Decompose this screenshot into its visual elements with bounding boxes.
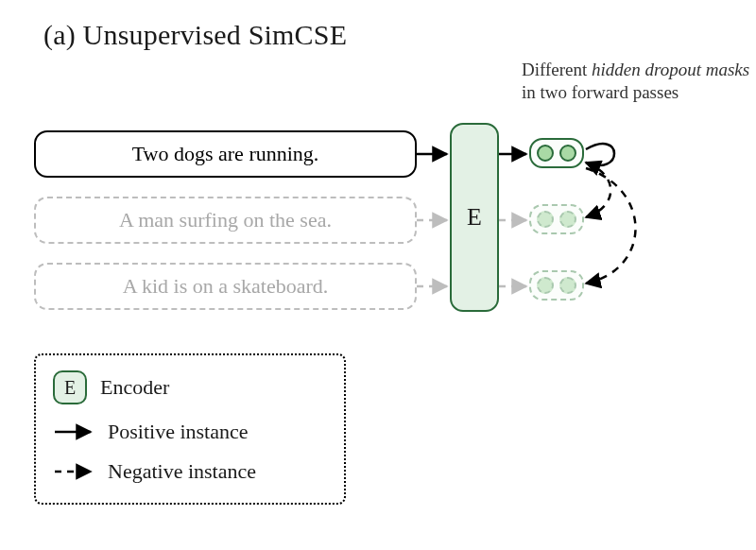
legend-row-negative: Negative instance [53, 459, 327, 484]
embedding-2 [529, 204, 584, 234]
embedding-3 [529, 270, 584, 301]
embedding-dot-icon [537, 277, 554, 294]
legend-positive-label: Positive instance [108, 420, 248, 444]
embedding-1 [529, 138, 584, 168]
legend-row-encoder: E Encoder [53, 370, 327, 404]
legend-box: E Encoder Positive instance [34, 353, 346, 505]
legend-positive-arrow-icon [53, 422, 94, 441]
input-sentence-2: A man surfing on the sea. [34, 197, 417, 244]
legend-encoder-icon-label: E [64, 377, 76, 399]
caption-text-1: Different [522, 60, 592, 79]
legend-row-positive: Positive instance [53, 420, 327, 444]
sentence-2-text: A man surfing on the sea. [119, 208, 332, 232]
legend-negative-arrow-icon [53, 462, 94, 481]
caption-text-2: in two forward passes [522, 82, 679, 102]
diagram-canvas: (a) Unsupervised SimCSE Different hidden… [0, 0, 756, 550]
caption-text-em: hidden dropout masks [592, 60, 749, 79]
embedding-dot-icon [559, 277, 576, 294]
sentence-3-text: A kid is on a skateboard. [123, 274, 329, 299]
sentence-1-text: Two dogs are running. [132, 142, 319, 166]
legend-encoder-icon: E [53, 370, 87, 404]
input-sentence-1: Two dogs are running. [34, 130, 417, 178]
encoder-block: E [450, 123, 499, 312]
legend-encoder-label: Encoder [100, 375, 169, 400]
embedding-dot-icon [537, 211, 554, 228]
encoder-label: E [467, 203, 482, 232]
arrow-positive-selfloop [586, 144, 614, 165]
diagram-title: (a) Unsupervised SimCSE [43, 19, 347, 51]
embedding-dot-icon [559, 145, 576, 162]
embedding-dot-icon [537, 145, 554, 162]
arrow-negative-emb1-emb2 [586, 163, 610, 217]
input-sentence-3: A kid is on a skateboard. [34, 263, 417, 310]
arrow-negative-emb1-emb3 [586, 168, 636, 284]
legend-negative-label: Negative instance [108, 459, 256, 484]
embedding-dot-icon [559, 211, 576, 228]
dropout-caption: Different hidden dropout masks in two fo… [522, 59, 756, 104]
